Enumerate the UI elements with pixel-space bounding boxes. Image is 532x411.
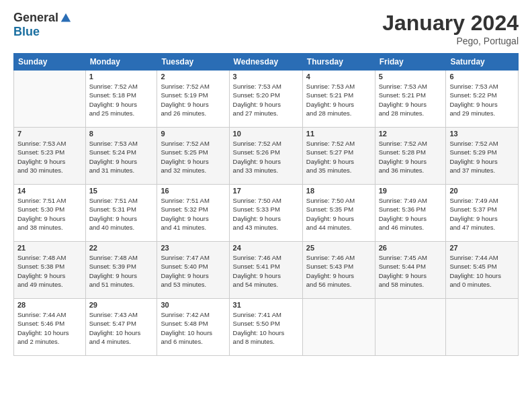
day-number: 11 (306, 130, 371, 138)
day-info: Sunrise: 7:46 AM Sunset: 5:43 PM Dayligh… (306, 253, 371, 289)
day-info: Sunrise: 7:52 AM Sunset: 5:29 PM Dayligh… (449, 139, 515, 175)
calendar-cell: 4Sunrise: 7:53 AM Sunset: 5:21 PM Daylig… (302, 71, 375, 128)
calendar-cell: 24Sunrise: 7:46 AM Sunset: 5:41 PM Dayli… (229, 242, 302, 299)
day-info: Sunrise: 7:46 AM Sunset: 5:41 PM Dayligh… (233, 253, 299, 289)
day-number: 31 (233, 301, 299, 309)
day-info: Sunrise: 7:51 AM Sunset: 5:32 PM Dayligh… (161, 196, 225, 232)
calendar-cell: 19Sunrise: 7:49 AM Sunset: 5:36 PM Dayli… (375, 185, 446, 242)
calendar-cell: 1Sunrise: 7:52 AM Sunset: 5:18 PM Daylig… (85, 71, 157, 128)
day-number: 29 (89, 301, 154, 309)
calendar-cell: 23Sunrise: 7:47 AM Sunset: 5:40 PM Dayli… (157, 242, 229, 299)
day-number: 9 (161, 130, 225, 138)
day-info: Sunrise: 7:53 AM Sunset: 5:21 PM Dayligh… (306, 82, 371, 118)
day-info: Sunrise: 7:47 AM Sunset: 5:40 PM Dayligh… (161, 253, 225, 289)
day-number: 28 (17, 301, 82, 309)
day-info: Sunrise: 7:51 AM Sunset: 5:31 PM Dayligh… (89, 196, 154, 232)
col-thursday: Thursday (302, 54, 375, 71)
day-info: Sunrise: 7:50 AM Sunset: 5:35 PM Dayligh… (306, 196, 371, 232)
day-number: 7 (17, 130, 82, 138)
day-info: Sunrise: 7:52 AM Sunset: 5:18 PM Dayligh… (89, 82, 154, 118)
logo-general-text: General (13, 11, 58, 25)
calendar-cell: 3Sunrise: 7:53 AM Sunset: 5:20 PM Daylig… (229, 71, 302, 128)
calendar-cell: 27Sunrise: 7:44 AM Sunset: 5:45 PM Dayli… (446, 242, 519, 299)
calendar-cell: 28Sunrise: 7:44 AM Sunset: 5:46 PM Dayli… (14, 299, 86, 356)
day-info: Sunrise: 7:53 AM Sunset: 5:23 PM Dayligh… (17, 139, 82, 175)
calendar-cell: 25Sunrise: 7:46 AM Sunset: 5:43 PM Dayli… (302, 242, 375, 299)
col-friday: Friday (375, 54, 446, 71)
day-info: Sunrise: 7:53 AM Sunset: 5:20 PM Dayligh… (233, 82, 299, 118)
calendar-row-5: 28Sunrise: 7:44 AM Sunset: 5:46 PM Dayli… (14, 299, 519, 356)
day-number: 17 (233, 187, 299, 195)
day-number: 27 (449, 244, 515, 252)
col-wednesday: Wednesday (229, 54, 302, 71)
calendar-cell: 14Sunrise: 7:51 AM Sunset: 5:30 PM Dayli… (14, 185, 86, 242)
day-number: 18 (306, 187, 371, 195)
day-number: 22 (89, 244, 154, 252)
day-info: Sunrise: 7:53 AM Sunset: 5:24 PM Dayligh… (89, 139, 154, 175)
day-number: 4 (306, 73, 371, 81)
day-info: Sunrise: 7:49 AM Sunset: 5:36 PM Dayligh… (379, 196, 443, 232)
month-title: January 2024 (382, 11, 519, 36)
logo-icon (60, 12, 72, 24)
calendar-row-1: 1Sunrise: 7:52 AM Sunset: 5:18 PM Daylig… (14, 71, 519, 128)
calendar-cell (302, 299, 375, 356)
calendar-row-3: 14Sunrise: 7:51 AM Sunset: 5:30 PM Dayli… (14, 185, 519, 242)
calendar-cell: 10Sunrise: 7:52 AM Sunset: 5:26 PM Dayli… (229, 128, 302, 185)
page: General Blue January 2024 Pego, Portugal… (0, 0, 532, 363)
day-info: Sunrise: 7:53 AM Sunset: 5:22 PM Dayligh… (449, 82, 515, 118)
calendar-cell: 31Sunrise: 7:41 AM Sunset: 5:50 PM Dayli… (229, 299, 302, 356)
calendar-row-2: 7Sunrise: 7:53 AM Sunset: 5:23 PM Daylig… (14, 128, 519, 185)
day-info: Sunrise: 7:48 AM Sunset: 5:38 PM Dayligh… (17, 253, 82, 289)
day-number: 23 (161, 244, 225, 252)
logo-blue-text: Blue (13, 25, 40, 39)
calendar-cell: 13Sunrise: 7:52 AM Sunset: 5:29 PM Dayli… (446, 128, 519, 185)
day-info: Sunrise: 7:52 AM Sunset: 5:28 PM Dayligh… (379, 139, 443, 175)
calendar-cell: 16Sunrise: 7:51 AM Sunset: 5:32 PM Dayli… (157, 185, 229, 242)
day-number: 30 (161, 301, 225, 309)
col-sunday: Sunday (14, 54, 86, 71)
day-number: 2 (161, 73, 225, 81)
day-info: Sunrise: 7:52 AM Sunset: 5:27 PM Dayligh… (306, 139, 371, 175)
day-number: 5 (379, 73, 443, 81)
day-info: Sunrise: 7:52 AM Sunset: 5:26 PM Dayligh… (233, 139, 299, 175)
day-number: 20 (449, 187, 515, 195)
day-info: Sunrise: 7:52 AM Sunset: 5:25 PM Dayligh… (161, 139, 225, 175)
day-number: 13 (449, 130, 515, 138)
calendar-cell: 30Sunrise: 7:42 AM Sunset: 5:48 PM Dayli… (157, 299, 229, 356)
day-info: Sunrise: 7:41 AM Sunset: 5:50 PM Dayligh… (233, 310, 299, 346)
day-info: Sunrise: 7:45 AM Sunset: 5:44 PM Dayligh… (379, 253, 443, 289)
day-info: Sunrise: 7:53 AM Sunset: 5:21 PM Dayligh… (379, 82, 443, 118)
day-number: 8 (89, 130, 154, 138)
day-number: 15 (89, 187, 154, 195)
day-info: Sunrise: 7:44 AM Sunset: 5:45 PM Dayligh… (449, 253, 515, 289)
calendar-cell: 2Sunrise: 7:52 AM Sunset: 5:19 PM Daylig… (157, 71, 229, 128)
calendar-cell: 15Sunrise: 7:51 AM Sunset: 5:31 PM Dayli… (85, 185, 157, 242)
col-monday: Monday (85, 54, 157, 71)
day-info: Sunrise: 7:48 AM Sunset: 5:39 PM Dayligh… (89, 253, 154, 289)
calendar-cell (14, 71, 86, 128)
calendar-cell: 7Sunrise: 7:53 AM Sunset: 5:23 PM Daylig… (14, 128, 86, 185)
calendar-cell: 26Sunrise: 7:45 AM Sunset: 5:44 PM Dayli… (375, 242, 446, 299)
calendar-cell (446, 299, 519, 356)
col-tuesday: Tuesday (157, 54, 229, 71)
col-saturday: Saturday (446, 54, 519, 71)
calendar-cell: 6Sunrise: 7:53 AM Sunset: 5:22 PM Daylig… (446, 71, 519, 128)
day-number: 19 (379, 187, 443, 195)
calendar-cell: 21Sunrise: 7:48 AM Sunset: 5:38 PM Dayli… (14, 242, 86, 299)
day-number: 6 (449, 73, 515, 81)
day-number: 24 (233, 244, 299, 252)
calendar-table: Sunday Monday Tuesday Wednesday Thursday… (13, 53, 519, 356)
calendar-cell: 20Sunrise: 7:49 AM Sunset: 5:37 PM Dayli… (446, 185, 519, 242)
day-number: 3 (233, 73, 299, 81)
calendar-cell: 5Sunrise: 7:53 AM Sunset: 5:21 PM Daylig… (375, 71, 446, 128)
calendar-cell (375, 299, 446, 356)
day-info: Sunrise: 7:52 AM Sunset: 5:19 PM Dayligh… (161, 82, 225, 118)
calendar-row-4: 21Sunrise: 7:48 AM Sunset: 5:38 PM Dayli… (14, 242, 519, 299)
day-info: Sunrise: 7:44 AM Sunset: 5:46 PM Dayligh… (17, 310, 82, 346)
calendar-cell: 29Sunrise: 7:43 AM Sunset: 5:47 PM Dayli… (85, 299, 157, 356)
day-number: 14 (17, 187, 82, 195)
calendar-cell: 8Sunrise: 7:53 AM Sunset: 5:24 PM Daylig… (85, 128, 157, 185)
svg-marker-0 (61, 13, 71, 21)
title-section: January 2024 Pego, Portugal (382, 11, 519, 46)
day-info: Sunrise: 7:50 AM Sunset: 5:33 PM Dayligh… (233, 196, 299, 232)
